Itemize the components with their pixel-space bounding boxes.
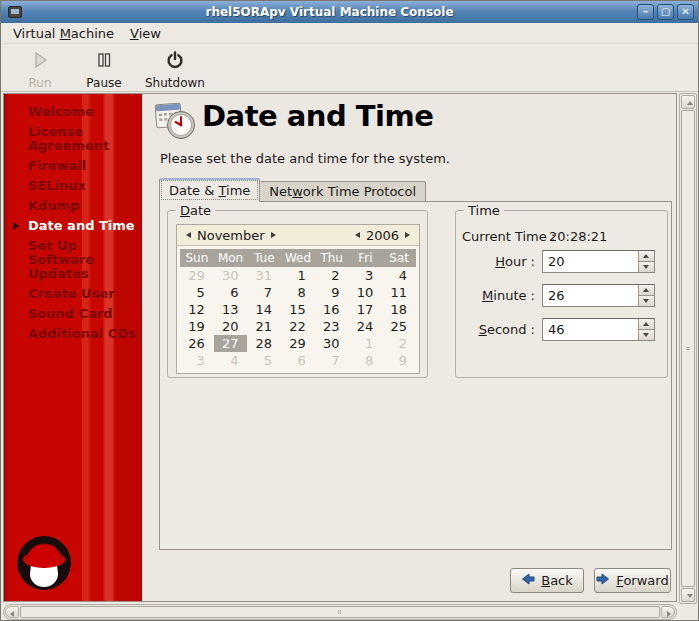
sidebar-item-welcome: Welcome: [4, 105, 141, 119]
calendar-day[interactable]: 1: [281, 267, 315, 284]
minute-row: Minute : 26: [456, 283, 667, 307]
tab-date-time[interactable]: Date & Time: [159, 178, 260, 202]
calendar-day[interactable]: 9: [382, 352, 416, 369]
calendar-day[interactable]: 21: [247, 318, 281, 335]
second-value[interactable]: 46: [543, 319, 638, 340]
calendar-day[interactable]: 11: [382, 284, 416, 301]
vertical-scrollbar-thumb[interactable]: [681, 110, 695, 587]
calendar-day[interactable]: 4: [382, 267, 416, 284]
calendar-day[interactable]: 22: [281, 318, 315, 335]
calendar-day[interactable]: 10: [349, 284, 383, 301]
hour-decrement-button[interactable]: [639, 262, 654, 272]
sidebar-item-label: Welcome: [28, 105, 141, 119]
nav-arrow-slot: [4, 105, 28, 119]
calendar-day[interactable]: 19: [180, 318, 214, 335]
calendar-day[interactable]: 3: [180, 352, 214, 369]
calendar-day[interactable]: 18: [382, 301, 416, 318]
calendar-day[interactable]: 25: [382, 318, 416, 335]
vertical-scrollbar[interactable]: [679, 93, 697, 604]
prev-month-icon[interactable]: [184, 230, 194, 240]
current-step-arrow-icon: [4, 219, 28, 233]
calendar-day[interactable]: 20: [214, 318, 248, 335]
calendar-day[interactable]: 15: [281, 301, 315, 318]
second-increment-button[interactable]: [639, 319, 654, 330]
calendar-day[interactable]: 26: [180, 335, 214, 352]
close-button[interactable]: ✕: [677, 4, 694, 20]
calendar-weekday: Wed: [281, 249, 315, 267]
scroll-right-icon[interactable]: [661, 606, 675, 618]
calendar-day[interactable]: 7: [247, 284, 281, 301]
menu-view[interactable]: View: [122, 24, 169, 43]
calendar-day[interactable]: 29: [180, 267, 214, 284]
prev-year-icon[interactable]: [353, 230, 363, 240]
minute-value[interactable]: 26: [543, 285, 638, 306]
calendar-day[interactable]: 31: [247, 267, 281, 284]
calendar-day[interactable]: 29: [281, 335, 315, 352]
forward-button[interactable]: Forward: [594, 568, 671, 593]
pause-label: Pause: [86, 76, 121, 90]
horizontal-scrollbar[interactable]: [3, 604, 677, 620]
calendar-grid: SunMonTueWedThuFriSat2930311234567891011…: [177, 246, 419, 373]
calendar-day[interactable]: 12: [180, 301, 214, 318]
minimize-button[interactable]: –: [637, 4, 654, 20]
sidebar-item-additional-cds: Additional CDs: [4, 327, 141, 341]
date-frame: Date November 2006 SunMonTueWedThuFriSat…: [167, 210, 428, 378]
wizard-sidebar: WelcomeLicense AgreementFirewallSELinuxK…: [4, 94, 142, 601]
calendar-day[interactable]: 6: [214, 284, 248, 301]
scroll-left-icon[interactable]: [5, 606, 19, 618]
calendar-day[interactable]: 7: [315, 352, 349, 369]
second-decrement-button[interactable]: [639, 330, 654, 340]
minute-increment-button[interactable]: [639, 285, 654, 296]
shutdown-button[interactable]: Shutdown: [145, 49, 205, 90]
time-frame: Time Current Time : 20:28:21 Hour : 20 M…: [455, 210, 668, 378]
minute-decrement-button[interactable]: [639, 296, 654, 306]
calendar-day[interactable]: 30: [214, 267, 248, 284]
calendar-day[interactable]: 23: [315, 318, 349, 335]
back-arrow-icon: [521, 572, 535, 589]
minute-spinner[interactable]: 26: [542, 284, 655, 307]
menu-virtual-machine[interactable]: Virtual Machine: [5, 24, 122, 43]
sidebar-item-label: Set Up Software Updates: [28, 239, 141, 281]
calendar-day[interactable]: 14: [247, 301, 281, 318]
window-icon: [8, 6, 22, 18]
next-month-icon[interactable]: [268, 230, 278, 240]
calendar-day[interactable]: 28: [247, 335, 281, 352]
calendar-day[interactable]: 1: [349, 335, 383, 352]
calendar-day-selected[interactable]: 27: [214, 335, 248, 352]
second-label: Second :: [456, 322, 542, 337]
calendar-day[interactable]: 16: [315, 301, 349, 318]
hour-spinner[interactable]: 20: [542, 250, 655, 273]
calendar-day[interactable]: 5: [247, 352, 281, 369]
hour-label: Hour :: [456, 254, 542, 269]
window-titlebar[interactable]: rhel5ORApv Virtual Machine Console – ▢ ✕: [1, 1, 698, 23]
second-spinner[interactable]: 46: [542, 318, 655, 341]
calendar-day[interactable]: 4: [214, 352, 248, 369]
calendar-day[interactable]: 6: [281, 352, 315, 369]
calendar-day[interactable]: 17: [349, 301, 383, 318]
calendar-day[interactable]: 3: [349, 267, 383, 284]
horizontal-scrollbar-thumb[interactable]: [20, 606, 660, 618]
calendar-day[interactable]: 24: [349, 318, 383, 335]
date-time-icon: [153, 101, 199, 144]
sidebar-item-set-up-software-updates: Set Up Software Updates: [4, 239, 141, 281]
calendar-day[interactable]: 9: [315, 284, 349, 301]
calendar-day[interactable]: 13: [214, 301, 248, 318]
tab-network-time-protocol[interactable]: Network Time Protocol: [260, 181, 426, 202]
calendar-day[interactable]: 5: [180, 284, 214, 301]
nav-arrow-slot: [4, 125, 28, 139]
hour-increment-button[interactable]: [639, 251, 654, 262]
hour-value[interactable]: 20: [543, 251, 638, 272]
calendar-day[interactable]: 8: [349, 352, 383, 369]
back-button[interactable]: Back: [510, 568, 584, 593]
pause-button[interactable]: Pause: [81, 49, 127, 90]
next-year-icon[interactable]: [402, 230, 412, 240]
calendar-day[interactable]: 8: [281, 284, 315, 301]
scroll-up-icon[interactable]: [681, 95, 695, 109]
shutdown-icon: [164, 49, 186, 74]
calendar-day[interactable]: 2: [382, 335, 416, 352]
maximize-button[interactable]: ▢: [657, 4, 674, 20]
calendar-day[interactable]: 30: [315, 335, 349, 352]
page-title: Date and Time: [202, 99, 433, 133]
scroll-down-icon[interactable]: [681, 588, 695, 602]
calendar-day[interactable]: 2: [315, 267, 349, 284]
